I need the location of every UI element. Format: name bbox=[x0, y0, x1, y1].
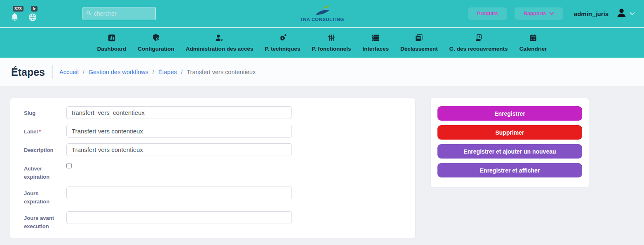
form-row-slug: Slug bbox=[14, 106, 405, 119]
breadcrumb-etapes[interactable]: Étapes bbox=[158, 69, 177, 75]
main-nav: Dashboard Configuration Administration d… bbox=[0, 27, 644, 58]
calendar-icon bbox=[529, 34, 537, 43]
nav-item-dashboard[interactable]: Dashboard bbox=[94, 34, 129, 52]
header-right: Produits Rapports admin_juris bbox=[468, 7, 635, 20]
logo[interactable]: TNA CONSULTING bbox=[300, 5, 344, 22]
breadcrumb-separator: / bbox=[153, 69, 154, 75]
jours-expiration-input[interactable] bbox=[66, 187, 292, 199]
form-row-jours-avant-execution: Jours avant execution bbox=[14, 211, 405, 230]
username-label: admin_juris bbox=[574, 10, 609, 17]
nav-item-p-techniques[interactable]: P. techniques bbox=[262, 34, 303, 52]
top-header: 373 fr TNA CONSULTI bbox=[0, 0, 644, 27]
slug-label: Slug bbox=[14, 106, 66, 119]
form-row-label: Label* bbox=[14, 125, 405, 138]
title-band: Étapes Accueil / Gestion des workflows /… bbox=[0, 58, 644, 87]
sliders-icon bbox=[328, 34, 335, 43]
description-input[interactable] bbox=[66, 143, 292, 156]
supprimer-button[interactable]: Supprimer bbox=[437, 125, 582, 140]
breadcrumb-separator: / bbox=[83, 69, 85, 75]
nav-item-g-des-recouvrements[interactable]: G. des recouvrements bbox=[447, 34, 511, 52]
etape-form-card: Slug Label* Description bbox=[10, 98, 416, 239]
status-icons: 373 fr bbox=[9, 5, 40, 23]
page-title: Étapes bbox=[11, 66, 45, 78]
language-badge: fr bbox=[31, 6, 38, 12]
jours-expiration-label: Jours expiration bbox=[14, 187, 66, 205]
nav-item-configuration[interactable]: Configuration bbox=[135, 34, 177, 52]
rapports-button[interactable]: Rapports bbox=[515, 7, 563, 20]
copy-pages-icon bbox=[415, 34, 423, 43]
search-icon bbox=[86, 10, 92, 17]
user-menu-button[interactable] bbox=[616, 7, 635, 20]
search-box bbox=[82, 7, 156, 20]
activer-expiration-label: Activer expiration bbox=[14, 162, 66, 181]
breadcrumb-accueil[interactable]: Accueil bbox=[59, 69, 79, 75]
produits-label: Produits bbox=[477, 11, 498, 16]
shield-gear-icon bbox=[152, 34, 160, 43]
enregistrer-button[interactable]: Enregistrer bbox=[437, 106, 582, 121]
nav-item-calendrier[interactable]: Calendrier bbox=[517, 34, 550, 52]
avatar-icon bbox=[616, 7, 627, 20]
label-label: Label* bbox=[14, 125, 66, 138]
nav-item-interfaces[interactable]: Interfaces bbox=[360, 34, 392, 52]
form-row-description: Description bbox=[14, 143, 405, 156]
nav-item-declassement[interactable]: Déclassement bbox=[397, 34, 441, 52]
actions-card: Enregistrer Supprimer Enregistrer et ajo… bbox=[430, 98, 589, 188]
logo-text: TNA CONSULTING bbox=[300, 17, 344, 22]
title-divider bbox=[52, 65, 53, 79]
slug-input[interactable] bbox=[66, 106, 292, 119]
language-button[interactable]: fr bbox=[27, 5, 40, 23]
produits-button[interactable]: Produits bbox=[468, 7, 507, 20]
gear-plus-icon bbox=[279, 34, 287, 43]
server-icon bbox=[372, 34, 379, 43]
breadcrumb-gestion-des-workflows[interactable]: Gestion des workflows bbox=[89, 69, 148, 75]
user-gear-icon bbox=[215, 34, 223, 43]
dashboard-icon bbox=[108, 34, 115, 43]
terminal-register-icon bbox=[475, 34, 482, 43]
required-asterisk: * bbox=[39, 128, 41, 135]
search-input[interactable] bbox=[94, 10, 152, 17]
activer-expiration-checkbox[interactable] bbox=[66, 163, 72, 168]
jours-avant-execution-input[interactable] bbox=[66, 211, 292, 224]
chevron-down-icon bbox=[549, 11, 554, 16]
notifications-button[interactable]: 373 bbox=[9, 5, 22, 23]
form-row-jours-expiration: Jours expiration bbox=[14, 187, 405, 205]
label-input[interactable] bbox=[66, 125, 292, 138]
nav-item-p-fonctionnels[interactable]: P. fonctionnels bbox=[309, 34, 354, 52]
logo-swoosh-icon bbox=[313, 5, 331, 17]
description-label: Description bbox=[14, 143, 66, 156]
notifications-count-badge: 373 bbox=[13, 6, 24, 12]
chevron-down-icon bbox=[630, 10, 635, 17]
jours-avant-execution-label: Jours avant execution bbox=[14, 211, 66, 230]
breadcrumb-current: Transfert vers contentieux bbox=[187, 69, 256, 75]
rapports-label: Rapports bbox=[524, 11, 546, 16]
breadcrumb-separator: / bbox=[181, 69, 183, 75]
content-area: Slug Label* Description bbox=[0, 87, 644, 239]
form-row-activer-expiration: Activer expiration bbox=[14, 162, 405, 181]
breadcrumb: Accueil / Gestion des workflows / Étapes… bbox=[59, 69, 256, 75]
enregistrer-et-ajouter-button[interactable]: Enregistrer et ajouter un nouveau bbox=[437, 144, 582, 159]
nav-item-administration-des-acces[interactable]: Administration des accès bbox=[183, 34, 256, 52]
app-window: 373 fr TNA CONSULTI bbox=[0, 0, 644, 245]
enregistrer-et-afficher-button[interactable]: Enregistrer et afficher bbox=[437, 163, 582, 177]
